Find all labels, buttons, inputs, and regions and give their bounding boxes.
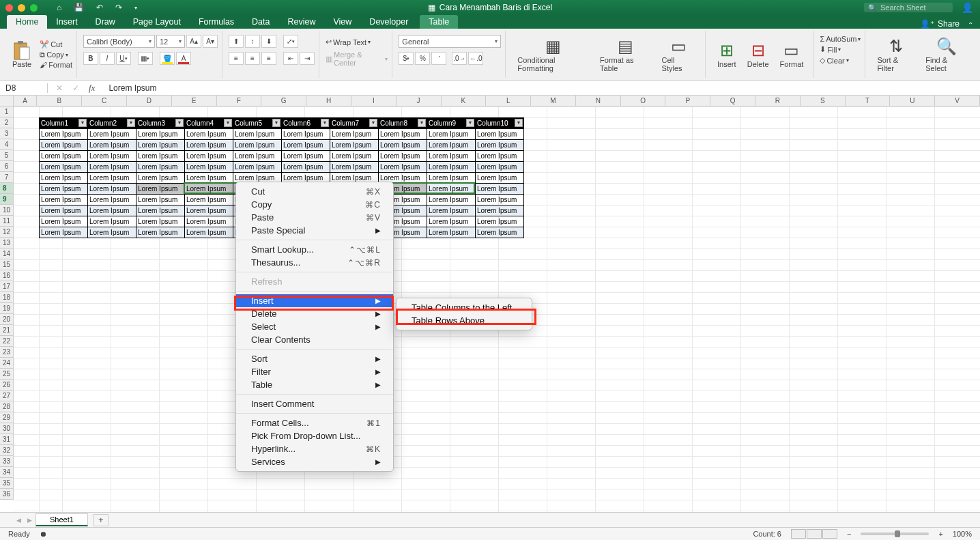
tab-draw[interactable]: Draw [87,15,124,29]
table-cell[interactable]: Lorem Ipsum [40,140,88,151]
table-cell[interactable]: Lorem Ipsum [330,129,379,140]
context-menu-item[interactable]: Cut⌘X [236,185,393,198]
undo-icon[interactable]: ↶ [96,3,103,12]
table-cell[interactable]: Lorem Ipsum [40,173,88,184]
table-cell[interactable]: Lorem Ipsum [40,205,88,216]
table-cell[interactable]: Lorem Ipsum [136,173,185,184]
table-cell[interactable]: Lorem Ipsum [282,151,330,162]
table-cell[interactable]: Lorem Ipsum [185,129,233,140]
context-menu-item[interactable]: Paste⌘V [236,211,393,224]
row-headers[interactable]: 1234567891011121314151617181920212223242… [0,106,14,500]
context-menu-item[interactable]: Delete▶ [236,307,393,320]
table-cell[interactable]: Lorem Ipsum [379,151,427,162]
filter-dropdown-icon[interactable]: ▼ [418,119,426,127]
column-header-S[interactable]: S [801,96,846,106]
table-cell[interactable]: Lorem Ipsum [88,184,136,195]
table-cell[interactable]: Lorem Ipsum [40,184,88,195]
decrease-decimal-button[interactable]: ←.0 [468,52,483,65]
table-header[interactable]: Column2▼ [88,118,136,129]
align-middle-button[interactable]: ↕ [245,35,260,48]
table-cell[interactable]: Lorem Ipsum [282,140,330,151]
table-cell[interactable]: Lorem Ipsum [427,173,476,184]
cut-button[interactable]: ✂️Cut [40,40,72,49]
column-header-V[interactable]: V [935,96,980,106]
table-cell[interactable]: Lorem Ipsum [476,216,524,227]
table-cell[interactable]: Lorem Ipsum [88,205,136,216]
increase-font-button[interactable]: A▴ [186,35,201,48]
table-cell[interactable]: Lorem Ipsum [40,216,88,227]
table-cell[interactable]: Lorem Ipsum [427,216,476,227]
context-menu-item[interactable]: Thesaurus...⌃⌥⌘R [236,256,393,269]
table-cell[interactable]: Lorem Ipsum [88,227,136,238]
row-header-33[interactable]: 33 [0,456,14,467]
row-header-18[interactable]: 18 [0,292,14,303]
row-header-35[interactable]: 35 [0,478,14,489]
sheet-tab-active[interactable]: Sheet1 [35,513,88,526]
table-cell[interactable]: Lorem Ipsum [282,129,330,140]
row-header-15[interactable]: 15 [0,259,14,270]
row-header-9[interactable]: 9 [0,194,14,205]
table-header[interactable]: Column8▼ [379,118,427,129]
row-header-16[interactable]: 16 [0,270,14,281]
row-header-13[interactable]: 13 [0,238,14,248]
table-cell[interactable]: Lorem Ipsum [40,195,88,205]
table-cell[interactable]: Lorem Ipsum [379,162,427,173]
table-cell[interactable]: Lorem Ipsum [88,151,136,162]
font-size-select[interactable]: 12▾ [156,35,185,48]
column-header-O[interactable]: O [621,96,666,106]
format-cells-button[interactable]: ▭Format [775,38,809,71]
table-cell[interactable]: Lorem Ipsum [136,205,185,216]
formula-content[interactable]: Lorem Ipsum [103,83,162,93]
table-header[interactable]: Column3▼ [136,118,185,129]
table-cell[interactable]: Lorem Ipsum [233,140,282,151]
context-menu-item[interactable]: Insert▶ [236,294,393,307]
filter-dropdown-icon[interactable]: ▼ [515,119,523,127]
column-header-G[interactable]: G [261,96,306,106]
context-menu-item[interactable]: Sort▶ [236,352,393,365]
table-cell[interactable]: Lorem Ipsum [476,140,524,151]
table-cell[interactable]: Lorem Ipsum [88,129,136,140]
context-menu-item[interactable]: Services▶ [236,455,393,468]
format-painter-button[interactable]: 🖌Format [40,61,72,69]
table-cell[interactable]: Lorem Ipsum [427,227,476,238]
filter-dropdown-icon[interactable]: ▼ [321,119,329,127]
table-cell[interactable]: Lorem Ipsum [476,184,524,195]
borders-button[interactable]: ▦▾ [138,52,153,65]
insert-cells-button[interactable]: ⊞Insert [712,38,742,71]
row-header-10[interactable]: 10 [0,205,14,216]
decrease-font-button[interactable]: A▾ [203,35,218,48]
increase-decimal-button[interactable]: .0→ [452,52,467,65]
context-menu-item[interactable]: Paste Special▶ [236,224,393,237]
table-cell[interactable]: Lorem Ipsum [185,151,233,162]
sort-filter-button[interactable]: ⇅Sort & Filter [871,34,920,75]
column-header-E[interactable]: E [172,96,217,106]
currency-button[interactable]: $▾ [399,52,414,65]
table-cell[interactable]: Lorem Ipsum [185,195,233,205]
ribbon-collapse-icon[interactable]: ⌃ [968,21,973,29]
table-row[interactable]: Lorem IpsumLorem IpsumLorem IpsumLorem I… [40,129,524,140]
filter-dropdown-icon[interactable]: ▼ [369,119,377,127]
search-sheet-box[interactable]: 🔍 [864,3,953,12]
wrap-text-button[interactable]: ↩Wrap Text▾ [326,38,388,46]
table-cell[interactable]: Lorem Ipsum [476,173,524,184]
column-header-M[interactable]: M [531,96,576,106]
row-header-24[interactable]: 24 [0,358,14,369]
add-sheet-button[interactable]: + [93,514,109,526]
minimize-window-button[interactable] [18,4,25,12]
table-cell[interactable]: Lorem Ipsum [88,162,136,173]
font-color-button[interactable]: A [176,52,191,65]
column-header-J[interactable]: J [397,96,442,106]
table-header[interactable]: Column5▼ [233,118,282,129]
bold-button[interactable]: B [83,52,98,65]
orientation-button[interactable]: ⤢▾ [283,35,298,48]
table-cell[interactable]: Lorem Ipsum [476,205,524,216]
table-cell[interactable]: Lorem Ipsum [185,205,233,216]
filter-dropdown-icon[interactable]: ▼ [466,119,474,127]
table-header[interactable]: Column1▼ [40,118,88,129]
table-row[interactable]: Lorem IpsumLorem IpsumLorem IpsumLorem I… [40,140,524,151]
tab-insert[interactable]: Insert [47,15,86,29]
search-input[interactable] [880,3,949,12]
fx-icon[interactable]: fx [89,83,95,94]
table-cell[interactable]: Lorem Ipsum [427,195,476,205]
table-header[interactable]: Column7▼ [330,118,379,129]
